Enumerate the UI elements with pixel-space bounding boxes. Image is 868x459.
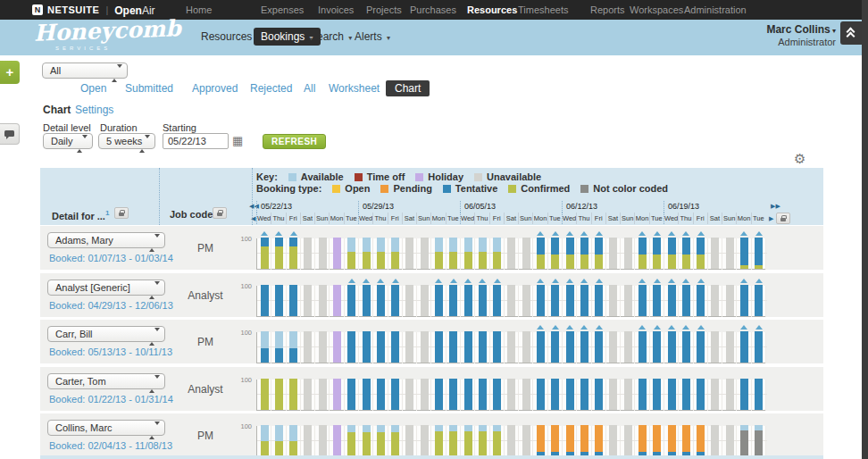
- utilization-bar: [697, 331, 705, 363]
- booked-range-link[interactable]: Booked: 01/22/13 - 01/31/14: [49, 394, 173, 405]
- bar-segment-unavailable: [507, 238, 515, 269]
- utilization-bar: [464, 379, 472, 410]
- bar-segment-tentative: [653, 238, 661, 255]
- tab-approved[interactable]: Approved: [192, 82, 238, 95]
- bar-segment-available: [377, 238, 385, 252]
- app-menu-resources[interactable]: Resources ▾: [201, 28, 261, 46]
- page-prev-icon[interactable]: ◀: [251, 213, 255, 224]
- overbooked-arrow-icon: [363, 279, 370, 283]
- resource-select-carr-bill[interactable]: Carr, Bill: [47, 326, 165, 342]
- overbooked-arrow-icon: [435, 279, 442, 283]
- bar-segment-tentative: [347, 331, 355, 363]
- utilization-bar: [682, 379, 690, 410]
- bar-segment-tentative: [595, 285, 603, 316]
- utilization-bar: [405, 331, 413, 363]
- gear-icon[interactable]: ⚙: [794, 151, 805, 167]
- overbooked-arrow-icon: [596, 231, 603, 236]
- topnav-item-projects[interactable]: Projects: [366, 0, 402, 20]
- overbooked-arrow-icon: [450, 279, 457, 283]
- app-menu-search[interactable]: Search ▾: [310, 28, 352, 46]
- bar-segment-confirmed: [261, 379, 269, 410]
- bar-segment-unavailable: [319, 379, 327, 410]
- user-role: Administrator: [766, 37, 836, 47]
- overbooked-arrow-icon: [596, 325, 603, 330]
- utilization-bar: [347, 379, 355, 410]
- message-button[interactable]: [0, 123, 20, 145]
- tab-chart[interactable]: Chart: [386, 80, 430, 96]
- detail-level-label: Detail level: [43, 122, 91, 133]
- page-last-icon[interactable]: ▶▶: [771, 201, 780, 212]
- duration-select[interactable]: 5 weeks: [98, 133, 155, 149]
- utilization-bar: [682, 238, 690, 269]
- bar-segment-tentative: [580, 331, 588, 363]
- overbooked-arrow-icon: [392, 279, 399, 283]
- utilization-bar: [580, 331, 588, 363]
- tab-submitted[interactable]: Submitted: [125, 82, 173, 95]
- detail-level-select[interactable]: Daily: [43, 133, 93, 149]
- topnav-item-purchases[interactable]: Purchases: [410, 0, 456, 20]
- resource-select-adams-mary[interactable]: Adams, Mary: [47, 232, 165, 248]
- utilization-bar: [653, 285, 661, 316]
- utilization-bar: [319, 238, 327, 269]
- utilization-bar: [668, 285, 676, 316]
- booked-range-link[interactable]: Booked: 05/13/13 - 10/11/13: [49, 346, 172, 357]
- tab-worksheet[interactable]: Worksheet: [329, 82, 380, 95]
- topnav-item-reports[interactable]: Reports: [590, 0, 625, 20]
- bar-segment-tentative: [537, 379, 545, 410]
- day-header-wed: Wed: [460, 213, 474, 224]
- bar-segment-tentative: [537, 238, 545, 255]
- resource-select-collins-marc[interactable]: Collins, Marc: [47, 420, 165, 436]
- tab-rejected[interactable]: Rejected: [250, 82, 292, 95]
- collapse-header-button[interactable]: [840, 21, 862, 45]
- bar-segment-unavailable: [609, 238, 617, 269]
- calendar-icon[interactable]: ▦: [232, 134, 243, 148]
- booked-range-link[interactable]: Booked: 02/04/13 - 11/08/13: [49, 440, 172, 451]
- utilization-bar: [726, 379, 734, 410]
- add-button[interactable]: +: [0, 61, 20, 84]
- utilization-bar: [697, 285, 705, 316]
- bar-segment-tentative: [261, 285, 269, 316]
- list-filter-select[interactable]: All: [42, 63, 128, 79]
- page: N NETSUITE | OpenAir HomeExpensesInvoice…: [0, 0, 868, 459]
- starting-date-input[interactable]: [163, 133, 229, 149]
- booked-range-link[interactable]: Booked: 01/07/13 - 01/03/14: [49, 253, 173, 263]
- topnav-item-timesheets[interactable]: Timesheets: [518, 0, 568, 20]
- utilization-bar: [319, 285, 327, 316]
- booked-range-link[interactable]: Booked: 04/29/13 - 12/06/13: [49, 300, 173, 311]
- tab-open[interactable]: Open: [80, 82, 106, 95]
- week-label-06-05-13: 06/05/13: [460, 201, 562, 213]
- settings-link[interactable]: Settings: [75, 104, 113, 116]
- utilization-bar: [580, 238, 588, 269]
- app-menu-alerts[interactable]: Alerts ▾: [355, 28, 390, 46]
- resource-select-carter-tom[interactable]: Carter, Tom: [47, 373, 165, 389]
- topnav-item-administration[interactable]: Administration: [684, 0, 747, 20]
- bar-segment-pending: [697, 425, 705, 452]
- refresh-button[interactable]: REFRESH: [263, 134, 326, 149]
- user-menu[interactable]: Marc Collins ▾: [766, 23, 836, 36]
- bar-segment-unavailable: [405, 238, 413, 269]
- resource-select-analyst-generic[interactable]: Analyst [Generic]: [47, 280, 165, 296]
- utilization-bar: [609, 425, 617, 456]
- page-next-icon[interactable]: ▶: [769, 213, 773, 224]
- utilization-bar: [421, 379, 429, 410]
- resource-row-analyst-generic: Analyst [Generic]Booked: 04/29/13 - 12/0…: [40, 273, 823, 317]
- timeline-lock-button[interactable]: [776, 213, 790, 224]
- bar-segment-tentative: [595, 238, 603, 255]
- utilization-bar: [726, 238, 734, 269]
- user-box: Marc Collins ▾ Administrator: [766, 23, 836, 47]
- bar-segment-tentative: [668, 238, 676, 255]
- topnav-item-resources[interactable]: Resources: [467, 0, 517, 20]
- topnav-item-invoices[interactable]: Invoices: [318, 0, 354, 20]
- topnav-item-home[interactable]: Home: [186, 0, 212, 20]
- bookings-chart-grid: Detail for ...1 Job code Key:AvailableTi…: [40, 168, 823, 455]
- utilization-bar: [537, 238, 545, 269]
- topnav-item-workspaces[interactable]: Workspaces: [630, 0, 683, 20]
- bar-segment-tentative: [391, 379, 399, 410]
- tab-all[interactable]: All: [304, 82, 315, 95]
- topnav-item-expenses[interactable]: Expenses: [261, 0, 304, 20]
- utilization-plot: [256, 286, 766, 317]
- bar-segment-pending: [566, 425, 574, 452]
- utilization-bar: [726, 331, 734, 363]
- overbooked-arrow-icon: [464, 279, 472, 283]
- bar-segment-holiday: [333, 331, 341, 363]
